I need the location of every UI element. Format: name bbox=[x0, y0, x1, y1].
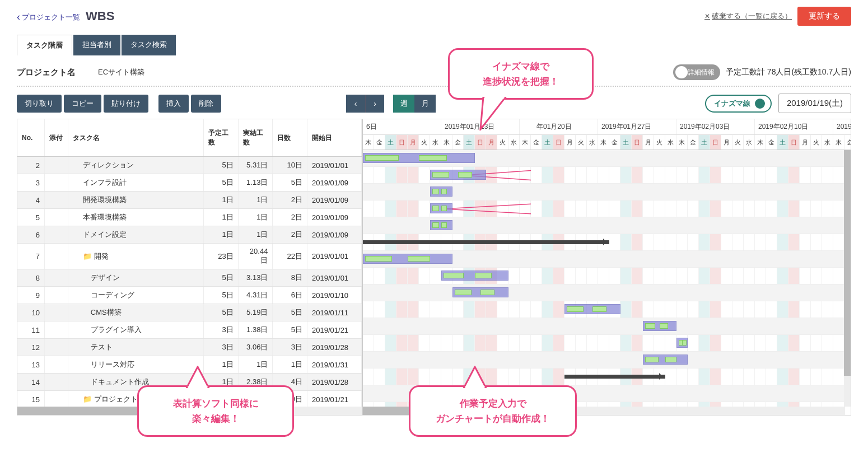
col-attach[interactable]: 添付 bbox=[44, 119, 68, 157]
project-row: プロジェクト名 ECサイト構築 詳細情報 予定工数計 78人日(残工数10.7人… bbox=[17, 61, 851, 87]
gantt-row[interactable] bbox=[363, 318, 851, 335]
table-row[interactable]: 6 ドメイン設定 1日1日2日2019/01/09 bbox=[17, 226, 362, 244]
col-plan[interactable]: 予定工数 bbox=[204, 119, 239, 157]
page-title: WBS bbox=[86, 9, 114, 24]
col-actual[interactable]: 実結工数 bbox=[238, 119, 273, 157]
svg-marker-3 bbox=[188, 386, 208, 388]
col-no[interactable]: No. bbox=[17, 119, 44, 157]
table-row[interactable]: 5 本番環境構築 1日1日2日2019/01/09 bbox=[17, 209, 362, 226]
date-picker[interactable]: 2019/01/19(土) bbox=[778, 94, 851, 113]
table-row[interactable]: 2 ディレクション 5日5.31日10日2019/01/01 bbox=[17, 157, 362, 174]
main-split: No. 添付 タスク名 予定工数 実結工数 日数 開始日 2 ディレクション 5… bbox=[17, 119, 851, 416]
project-label: プロジェクト名 bbox=[17, 67, 76, 78]
gantt-row[interactable] bbox=[363, 150, 851, 167]
col-name[interactable]: タスク名 bbox=[68, 119, 203, 157]
next-button[interactable]: › bbox=[365, 95, 384, 113]
month-view-button[interactable]: 月 bbox=[414, 95, 436, 113]
callout-inazuma: イナズマ線で進捗状況を把握！ bbox=[448, 48, 594, 100]
delete-button[interactable]: 削除 bbox=[191, 95, 221, 113]
v-scrollbar[interactable] bbox=[844, 150, 851, 407]
gantt-row[interactable] bbox=[363, 352, 851, 369]
update-button[interactable]: 更新する bbox=[797, 7, 851, 26]
gantt-row[interactable] bbox=[363, 251, 851, 268]
gantt-row[interactable] bbox=[363, 369, 851, 385]
prev-button[interactable]: ‹ bbox=[346, 95, 365, 113]
table-row[interactable]: 11 プラグイン導入 3日1.38日5日2019/01/21 bbox=[17, 321, 362, 339]
folder-icon: 📁 bbox=[83, 395, 92, 403]
col-days[interactable]: 日数 bbox=[273, 119, 307, 157]
project-name: ECサイト構築 bbox=[98, 67, 144, 77]
gantt-row[interactable] bbox=[363, 285, 851, 301]
workload-summary: 予定工数計 78人日(残工数10.7人日) bbox=[726, 67, 851, 77]
tab-task-search[interactable]: タスク検索 bbox=[122, 35, 176, 55]
gantt-row[interactable] bbox=[363, 234, 851, 251]
col-start[interactable]: 開始日 bbox=[307, 119, 362, 157]
table-row[interactable]: 4 開発環境構築 1日1日2日2019/01/09 bbox=[17, 192, 362, 209]
callout-gantt: 作業予定入力でガンチャートが自動作成！ bbox=[409, 385, 577, 437]
tab-task-hierarchy[interactable]: タスク階層 bbox=[17, 35, 72, 55]
gantt-row[interactable] bbox=[363, 184, 851, 200]
table-row[interactable]: 3 インフラ設計 5日1.13日5日2019/01/09 bbox=[17, 174, 362, 192]
gantt-row[interactable] bbox=[363, 200, 851, 217]
svg-marker-2 bbox=[186, 367, 209, 388]
cut-button[interactable]: 切り取り bbox=[17, 95, 62, 113]
svg-marker-1 bbox=[484, 97, 505, 99]
inazuma-toggle[interactable]: イナズマ線 bbox=[705, 95, 772, 113]
folder-icon: 📁 bbox=[83, 252, 92, 260]
table-row[interactable]: 9 コーディング 5日4.31日6日2019/01/10 bbox=[17, 287, 362, 304]
breadcrumb[interactable]: プロジェクト一覧 bbox=[17, 11, 80, 23]
gantt-row[interactable] bbox=[363, 217, 851, 234]
table-row[interactable]: 10 CMS構築 5日5.19日5日2019/01/11 bbox=[17, 304, 362, 321]
callout-spreadsheet: 表計算ソフト同様に楽々編集！ bbox=[137, 385, 294, 437]
gantt-row[interactable] bbox=[363, 335, 851, 352]
svg-marker-5 bbox=[465, 386, 485, 388]
table-row[interactable]: 8 デザイン 5日3.13日8日2019/01/01 bbox=[17, 269, 362, 287]
table-row[interactable]: 7 📁開発 23日20.44日22日2019/01/01 bbox=[17, 244, 362, 269]
tab-by-assignee[interactable]: 担当者別 bbox=[73, 35, 120, 55]
gantt-row[interactable] bbox=[363, 167, 851, 184]
svg-marker-0 bbox=[480, 97, 506, 129]
tabs: タスク階層 担当者別 タスク検索 bbox=[17, 35, 851, 55]
gantt-chart[interactable]: 6日2019年01月13日 年01月20日2019年01月27日2019年02月… bbox=[362, 119, 851, 415]
toolbar: 切り取り コピー 貼り付け 挿入 削除 ‹ › 週 月 イナズマ線 2019/0… bbox=[17, 94, 851, 113]
paste-button[interactable]: 貼り付け bbox=[104, 95, 148, 113]
detail-toggle[interactable]: 詳細情報 bbox=[673, 64, 720, 80]
insert-button[interactable]: 挿入 bbox=[158, 95, 189, 113]
header: プロジェクト一覧 WBS 破棄する（一覧に戻る） 更新する bbox=[17, 7, 851, 26]
discard-link[interactable]: 破棄する（一覧に戻る） bbox=[704, 11, 792, 21]
copy-button[interactable]: コピー bbox=[64, 95, 101, 113]
gantt-row[interactable] bbox=[363, 268, 851, 285]
gantt-row[interactable] bbox=[363, 301, 851, 318]
week-view-button[interactable]: 週 bbox=[393, 95, 414, 113]
svg-marker-4 bbox=[464, 367, 486, 388]
table-row[interactable]: 12 テスト 3日3.06日3日2019/01/28 bbox=[17, 339, 362, 356]
